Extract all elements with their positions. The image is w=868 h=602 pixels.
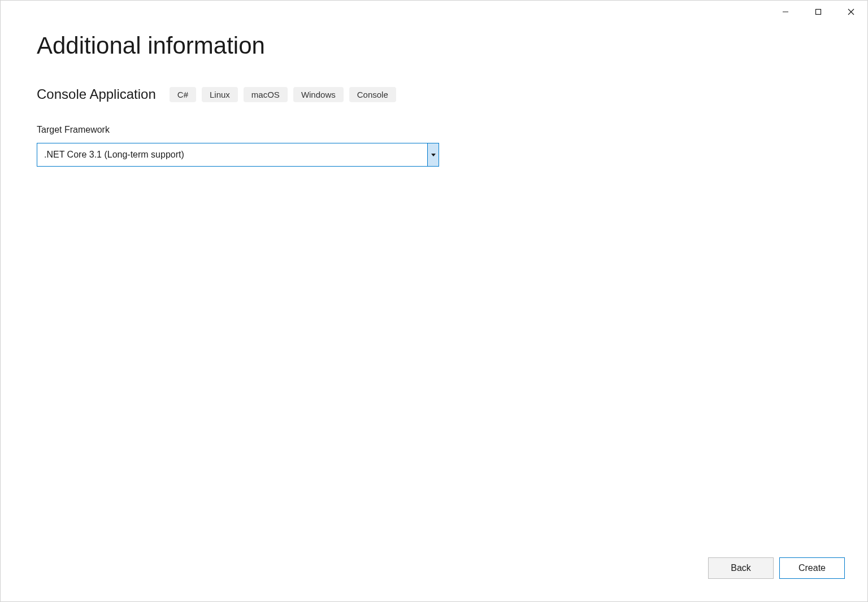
tag-platform-windows: Windows xyxy=(293,87,344,102)
footer-buttons: Back Create xyxy=(708,557,845,579)
dropdown-arrow-button[interactable] xyxy=(427,143,439,166)
chevron-down-icon xyxy=(431,154,436,156)
target-framework-dropdown[interactable]: .NET Core 3.1 (Long-term support) xyxy=(37,143,439,167)
svg-marker-4 xyxy=(431,154,436,156)
tag-platform-macos: macOS xyxy=(244,87,288,102)
project-row: Console Application C# Linux macOS Windo… xyxy=(37,86,831,102)
svg-rect-1 xyxy=(816,10,821,15)
maximize-icon xyxy=(815,8,822,15)
tag-language: C# xyxy=(170,87,196,102)
project-template-name: Console Application xyxy=(37,86,156,102)
maximize-button[interactable] xyxy=(802,1,835,23)
close-button[interactable] xyxy=(835,1,867,23)
target-framework-label: Target Framework xyxy=(37,125,831,135)
window-controls xyxy=(769,1,867,23)
project-tags: C# Linux macOS Windows Console xyxy=(170,87,396,102)
tag-type-console: Console xyxy=(349,87,396,102)
create-button[interactable]: Create xyxy=(779,557,845,579)
close-icon xyxy=(848,8,854,15)
tag-platform-linux: Linux xyxy=(202,87,238,102)
minimize-icon xyxy=(782,8,789,15)
target-framework-selected: .NET Core 3.1 (Long-term support) xyxy=(37,143,427,166)
back-button[interactable]: Back xyxy=(708,557,774,579)
main-content: Additional information Console Applicati… xyxy=(1,1,867,167)
page-title: Additional information xyxy=(37,32,831,59)
minimize-button[interactable] xyxy=(769,1,802,23)
